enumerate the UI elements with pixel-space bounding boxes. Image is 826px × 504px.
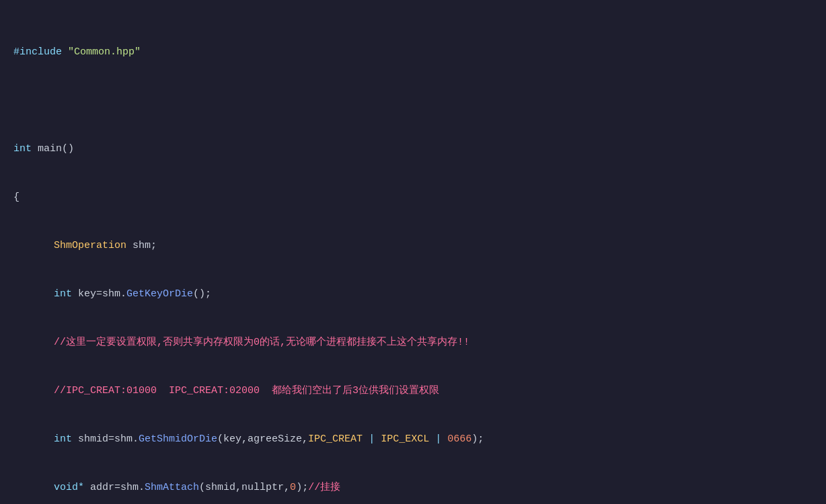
line-7: //这里一定要设置权限,否则共享内存权限为0的话,无论哪个进程都挂接不上这个共享…: [13, 335, 813, 351]
func-main: main(): [38, 143, 74, 155]
num-0666: 0666: [447, 433, 472, 445]
line-10: void* addr=shm.ShmAttach(shmid,nullptr,0…: [13, 480, 813, 496]
type-int: int: [13, 143, 32, 155]
method-getshmid: GetShmidOrDie: [139, 433, 217, 445]
string-common: "Common.hpp": [68, 46, 141, 58]
comment-1: //这里一定要设置权限,否则共享内存权限为0的话,无论哪个进程都挂接不上这个共享…: [54, 337, 470, 348]
comment-attach: //挂接: [308, 482, 340, 493]
line-9: int shmid=shm.GetShmidOrDie(key,agreeSiz…: [13, 431, 813, 448]
type-int2: int: [54, 288, 72, 300]
code-editor: #include "Common.hpp" int main() { ShmOp…: [13, 12, 813, 504]
brace-open: {: [13, 192, 20, 203]
var-addr: addr=shm.: [90, 482, 145, 493]
class-shm: ShmOperation: [54, 240, 126, 251]
line-4: {: [13, 190, 813, 206]
paren-3: );: [296, 482, 308, 493]
paren-2: );: [472, 433, 484, 445]
line-5: ShmOperation shm;: [13, 238, 813, 254]
method-shmattach: ShmAttach: [145, 482, 199, 493]
comment-2: //IPC_CREAT:01000 IPC_CREAT:02000 都给我们空出…: [54, 385, 439, 396]
var-key: key=shm.: [78, 288, 126, 300]
op-pipe2: |: [435, 433, 441, 445]
var-shm: shm;: [133, 240, 157, 251]
line-3: int main(): [13, 141, 813, 157]
macro-ipcexcl: IPC_EXCL: [381, 433, 429, 445]
line-2: [13, 93, 813, 109]
paren-1: ();: [193, 288, 211, 300]
params-1: (key,agreeSize,: [217, 433, 308, 445]
line-6: int key=shm.GetKeyOrDie();: [13, 286, 813, 302]
macro-ipccreat: IPC_CREAT: [308, 433, 363, 445]
op-pipe1: |: [369, 433, 375, 445]
type-int3: int: [54, 433, 72, 445]
type-void: void: [54, 482, 78, 493]
params-attach: (shmid,nullptr,: [199, 482, 290, 493]
var-shmid: shmid=shm.: [78, 433, 139, 445]
line-1: #include "Common.hpp": [13, 44, 813, 60]
line-8: //IPC_CREAT:01000 IPC_CREAT:02000 都给我们空出…: [13, 383, 813, 399]
op-star: *: [78, 482, 84, 493]
method-getkey: GetKeyOrDie: [126, 288, 193, 300]
keyword-include: #include: [13, 46, 62, 58]
num-0: 0: [290, 482, 296, 493]
